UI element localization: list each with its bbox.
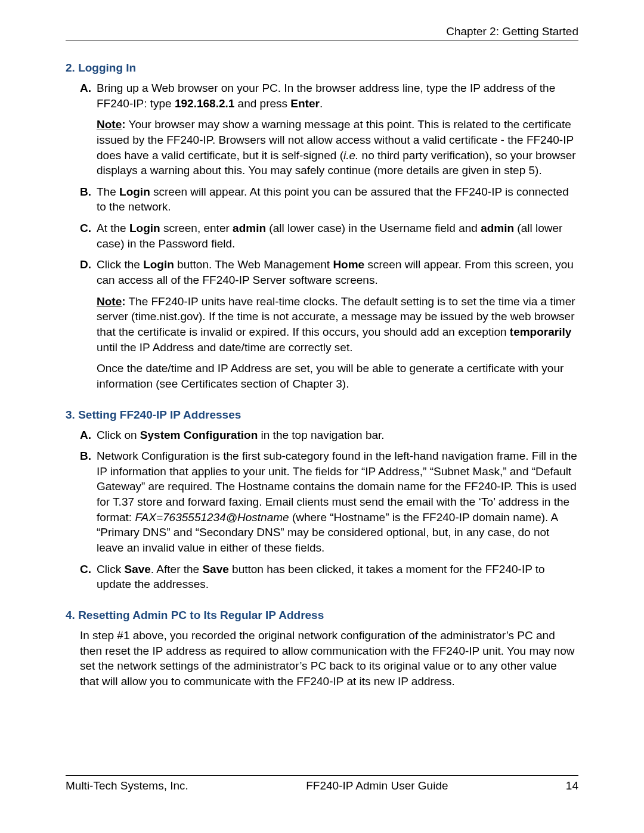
- letter-marker: A.: [80, 80, 91, 96]
- item-text: Network Configuration is the first sub-c…: [97, 450, 577, 554]
- page-footer: Multi-Tech Systems, Inc. FF240-IP Admin …: [66, 775, 578, 792]
- footer-center: FF240-IP Admin User Guide: [306, 779, 448, 792]
- item-text: At the Login screen, enter admin (all lo…: [97, 222, 562, 250]
- section-body: In step #1 above, you recorded the origi…: [80, 628, 578, 689]
- section-heading-3: 3. Setting FF240-IP IP Addresses: [66, 408, 578, 422]
- letter-marker: C.: [80, 221, 91, 236]
- list-section-2: A. Bring up a Web browser on your PC. In…: [66, 80, 578, 392]
- section-number: 4.: [66, 609, 75, 621]
- letter-marker: B.: [80, 448, 91, 464]
- footer-left: Multi-Tech Systems, Inc.: [66, 779, 188, 792]
- letter-marker: D.: [80, 257, 91, 272]
- list-section-3: A. Click on System Configuration in the …: [66, 428, 578, 592]
- item-text: Once the date/time and IP Address are se…: [97, 361, 578, 391]
- chapter-header: Chapter 2: Getting Started: [66, 25, 578, 41]
- list-item: B. The Login screen will appear. At this…: [66, 184, 578, 215]
- section-title: Resetting Admin PC to Its Regular IP Add…: [78, 609, 324, 621]
- list-item: C. Click Save. After the Save button has…: [66, 562, 578, 592]
- item-text: The Login screen will appear. At this po…: [97, 185, 569, 213]
- manual-page: Chapter 2: Getting Started 2. Logging In…: [0, 0, 644, 833]
- section-title: Setting FF240-IP IP Addresses: [78, 408, 241, 421]
- section-heading-4: 4. Resetting Admin PC to Its Regular IP …: [66, 609, 578, 622]
- letter-marker: C.: [80, 562, 91, 577]
- item-text: Click the Login button. The Web Manageme…: [97, 258, 574, 286]
- letter-marker: A.: [80, 428, 91, 443]
- item-text: Click Save. After the Save button has be…: [97, 563, 545, 591]
- section-number: 2.: [66, 61, 75, 74]
- item-text: Click on System Configuration in the top…: [97, 429, 385, 441]
- note-text: Note: The FF240-IP units have real-time …: [97, 294, 578, 355]
- note-text: Note: Your browser may show a warning me…: [97, 117, 578, 178]
- list-item: C. At the Login screen, enter admin (all…: [66, 221, 578, 251]
- item-text: Bring up a Web browser on your PC. In th…: [97, 82, 555, 110]
- section-title: Logging In: [78, 61, 136, 74]
- list-item: B. Network Configuration is the first su…: [66, 448, 578, 555]
- section-number: 3.: [66, 408, 75, 421]
- list-item: A. Click on System Configuration in the …: [66, 428, 578, 443]
- list-item: A. Bring up a Web browser on your PC. In…: [66, 80, 578, 178]
- list-item: D. Click the Login button. The Web Manag…: [66, 257, 578, 391]
- letter-marker: B.: [80, 184, 91, 200]
- footer-right: 14: [566, 779, 578, 792]
- section-heading-2: 2. Logging In: [66, 61, 578, 75]
